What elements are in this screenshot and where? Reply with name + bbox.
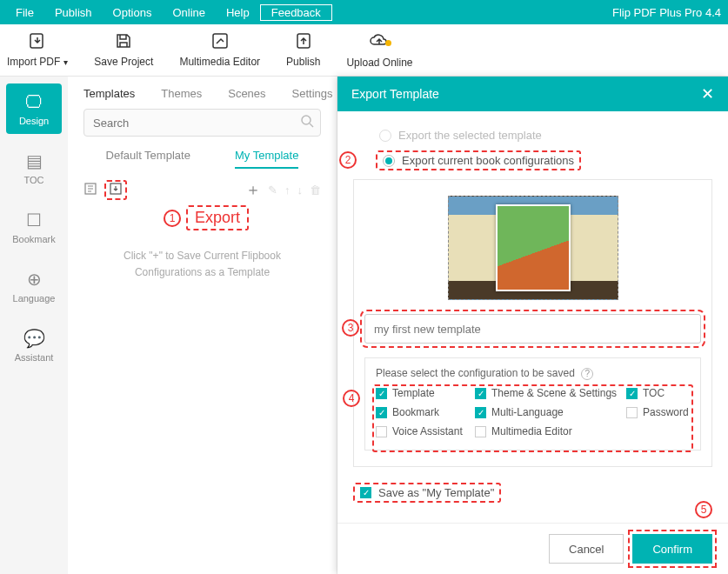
check-multimedia[interactable]: Multimedia Editor	[475, 425, 623, 437]
confirm-button[interactable]: Confirm	[632, 534, 712, 564]
check-theme[interactable]: ✓Theme & Scene & Settings	[475, 387, 623, 399]
tab-themes[interactable]: Themes	[161, 87, 202, 100]
nav-language[interactable]: ⊕ Language	[6, 261, 62, 311]
check-template[interactable]: ✓Template	[376, 387, 471, 399]
upload-label: Upload Online	[346, 57, 412, 69]
publish-button[interactable]: Publish	[286, 32, 320, 68]
add-template-icon[interactable]: ＋	[245, 179, 261, 200]
nav-bookmark[interactable]: ☐ Bookmark	[6, 202, 62, 252]
edit-template-icon[interactable]: ✎	[268, 184, 277, 197]
import-icon	[28, 32, 47, 52]
menu-file[interactable]: File	[5, 6, 44, 19]
menu-options[interactable]: Options	[103, 6, 163, 19]
toc-icon: ▤	[26, 150, 43, 171]
feedback-button[interactable]: Feedback	[260, 4, 332, 21]
radio-export-current[interactable]: Export current book configurations	[376, 150, 712, 170]
check-voice[interactable]: Voice Assistant	[376, 425, 471, 437]
annotation-5: 5	[695, 501, 712, 518]
multimedia-label: Multimedia Editor	[179, 56, 260, 68]
notification-dot-icon	[385, 40, 391, 46]
menu-publish[interactable]: Publish	[44, 6, 103, 19]
move-down-icon[interactable]: ↓	[297, 184, 304, 197]
import-template-icon[interactable]	[83, 182, 97, 198]
check-toc[interactable]: ✓TOC	[626, 387, 705, 399]
svg-point-3	[302, 116, 311, 124]
bookmark-icon: ☐	[26, 210, 42, 230]
dialog-title: Export Template	[351, 87, 439, 101]
subtab-default-template[interactable]: Default Template	[106, 149, 190, 169]
delete-template-icon[interactable]: 🗑	[310, 184, 321, 197]
annotation-4: 4	[343, 390, 360, 407]
annotation-2: 2	[339, 151, 357, 169]
annotation-1: 1 Export	[164, 205, 337, 230]
annotation-3: 3	[342, 319, 359, 337]
check-multilang[interactable]: ✓Multi-Language	[475, 406, 623, 418]
check-password[interactable]: Password	[626, 406, 705, 418]
nav-assistant[interactable]: 💬 Assistant	[6, 320, 62, 370]
dropdown-caret-icon: ▾	[63, 57, 68, 67]
save-project-button[interactable]: Save Project	[94, 32, 153, 68]
config-title: Please select the configuration to be sa…	[376, 367, 690, 380]
check-save-as-my-template[interactable]: ✓ Save as "My Template"	[353, 483, 501, 503]
template-thumbnail	[448, 196, 618, 300]
import-pdf-button[interactable]: Import PDF▾	[7, 32, 68, 68]
publish-icon	[295, 32, 312, 52]
empty-hint: Click "+" to Save Current Flipbook Confi…	[68, 230, 337, 298]
import-label: Import PDF	[7, 56, 60, 68]
globe-icon: ⊕	[27, 269, 42, 290]
export-template-dialog: Export Template ✕ Export the selected te…	[337, 77, 728, 574]
help-icon[interactable]: ?	[581, 368, 593, 380]
close-icon[interactable]: ✕	[701, 84, 714, 103]
multimedia-editor-button[interactable]: Multimedia Editor	[179, 32, 260, 68]
menu-online[interactable]: Online	[162, 6, 216, 19]
tab-scenes[interactable]: Scenes	[228, 87, 265, 100]
search-icon[interactable]	[300, 114, 314, 131]
radio-export-selected: Export the selected template	[379, 129, 712, 142]
template-name-input[interactable]	[364, 314, 701, 344]
subtab-my-template[interactable]: My Template	[235, 149, 298, 169]
move-up-icon[interactable]: ↑	[284, 184, 291, 197]
save-icon	[115, 32, 132, 52]
menu-help[interactable]: Help	[216, 6, 260, 19]
cancel-button[interactable]: Cancel	[549, 534, 624, 564]
upload-online-button[interactable]: Upload Online	[346, 32, 412, 69]
nav-toc[interactable]: ▤ TOC	[6, 143, 62, 193]
search-input[interactable]	[83, 109, 321, 137]
tab-settings[interactable]: Settings	[292, 87, 333, 100]
check-bookmark[interactable]: ✓Bookmark	[376, 406, 471, 418]
chat-icon: 💬	[23, 328, 45, 349]
tab-templates[interactable]: Templates	[83, 87, 135, 100]
nav-design[interactable]: 🖵 Design	[6, 83, 62, 134]
radio-icon	[379, 130, 391, 142]
export-template-icon[interactable]	[104, 180, 127, 200]
publish-label: Publish	[286, 56, 320, 68]
edit-icon	[211, 32, 229, 52]
app-title: Flip PDF Plus Pro 4.4	[612, 6, 723, 19]
radio-icon	[383, 155, 395, 167]
save-label: Save Project	[94, 56, 153, 68]
monitor-icon: 🖵	[25, 92, 43, 112]
